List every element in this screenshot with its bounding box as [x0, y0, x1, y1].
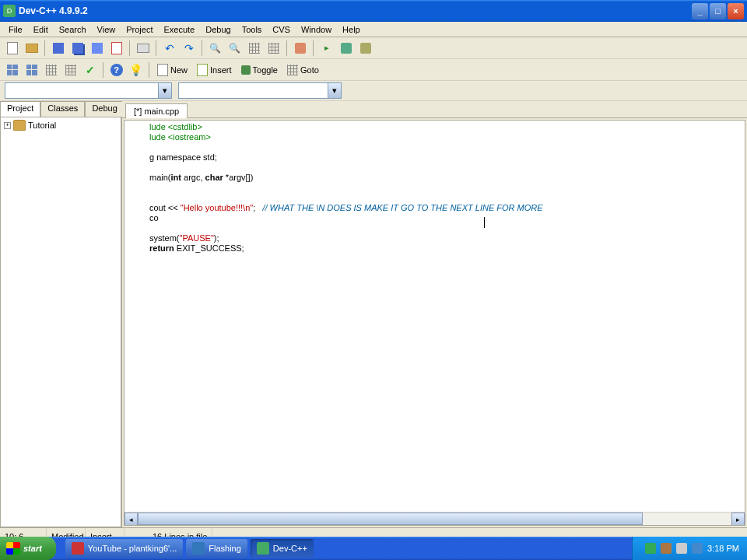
new-label: New	[170, 65, 188, 75]
menu-cvs[interactable]: CVS	[267, 23, 296, 36]
scroll-right-icon[interactable]: ▸	[731, 513, 745, 526]
tab-classes[interactable]: Classes	[40, 101, 85, 117]
menu-window[interactable]: Window	[296, 23, 337, 36]
taskbar-item-flashing[interactable]: Flashing	[186, 539, 247, 558]
windows-taskbar: start YouTube - plantking6'... Flashing …	[0, 537, 747, 560]
compile-button[interactable]	[291, 40, 309, 57]
close-file-button[interactable]	[107, 40, 125, 57]
document-tab-main[interactable]: [*] main.cpp	[125, 103, 188, 118]
new-file-button[interactable]	[3, 40, 21, 57]
maximize-button[interactable]: □	[710, 3, 726, 19]
save-button[interactable]	[49, 40, 67, 57]
toggle-button[interactable]: Toggle	[237, 61, 282, 79]
code-editor[interactable]: lude <cstdlib> lude <iostream> g namespa…	[124, 120, 745, 526]
class-browser-button[interactable]	[42, 61, 60, 79]
check-button[interactable]: ✓	[81, 61, 99, 79]
tray-icon[interactable]	[676, 543, 687, 554]
system-tray[interactable]: 3:18 PM	[632, 537, 747, 560]
about-button[interactable]: 💡	[127, 61, 145, 79]
app-icon	[192, 542, 205, 555]
youtube-icon	[72, 542, 84, 555]
menu-file[interactable]: File	[3, 23, 28, 36]
taskbar-label: Flashing	[209, 544, 241, 553]
start-button[interactable]: start	[0, 537, 56, 560]
tray-icon[interactable]	[645, 543, 656, 554]
menu-debug[interactable]: Debug	[200, 23, 236, 36]
start-label: start	[23, 544, 42, 553]
tab-debug[interactable]: Debug	[85, 101, 124, 117]
menu-execute[interactable]: Execute	[158, 23, 200, 36]
devcpp-icon	[257, 542, 269, 555]
menu-bar: File Edit Search View Project Execute De…	[0, 22, 747, 37]
compile-run-button[interactable]	[337, 40, 355, 57]
horizontal-scrollbar[interactable]: ◂ ▸	[124, 512, 745, 525]
goto-button[interactable]: Goto	[283, 61, 323, 79]
insert-button[interactable]: Insert	[193, 61, 236, 79]
editor-area: [*] main.cpp lude <cstdlib> lude <iostre…	[122, 101, 747, 527]
window-titlebar: D Dev-C++ 4.9.9.2 _ □ ×	[0, 0, 747, 22]
scroll-left-icon[interactable]: ◂	[124, 513, 138, 526]
undo-button[interactable]: ↶	[160, 40, 178, 57]
menu-help[interactable]: Help	[337, 23, 366, 36]
dropdown-icon: ▾	[158, 83, 171, 98]
method-combo[interactable]: ▾	[178, 82, 342, 99]
goto-line-button[interactable]	[265, 40, 282, 57]
taskbar-label: YouTube - plantking6'...	[88, 544, 177, 553]
scroll-thumb[interactable]	[138, 513, 643, 525]
tree-root-item[interactable]: + Tutorial	[2, 119, 119, 131]
tray-icon[interactable]	[692, 543, 703, 554]
menu-project[interactable]: Project	[121, 23, 158, 36]
insert-label: Insert	[210, 65, 232, 75]
print-button[interactable]	[134, 40, 152, 57]
new-source-button[interactable]: New	[153, 61, 191, 79]
text-cursor	[484, 217, 485, 228]
menu-view[interactable]: View	[92, 23, 121, 36]
windows-logo-icon	[6, 542, 20, 555]
folder-icon	[13, 120, 26, 131]
navigation-bar: ▾ ▾	[0, 81, 747, 101]
dropdown-icon: ▾	[328, 83, 341, 98]
toggle-label: Toggle	[253, 65, 278, 75]
save-all-button[interactable]	[68, 40, 86, 57]
run-button[interactable]: ▸	[317, 40, 335, 57]
app-icon: D	[3, 5, 16, 17]
project-tree[interactable]: + Tutorial	[0, 117, 121, 527]
help-button[interactable]: ?	[107, 61, 125, 79]
menu-edit[interactable]: Edit	[28, 23, 54, 36]
close-button[interactable]: ×	[728, 3, 744, 19]
sidebar: Project Classes Debug + Tutorial	[0, 101, 122, 527]
rebuild-button[interactable]	[356, 40, 374, 57]
menu-search[interactable]: Search	[54, 23, 92, 36]
goto-label: Goto	[300, 65, 319, 75]
minimize-button[interactable]: _	[692, 3, 708, 19]
tray-icon[interactable]	[661, 543, 672, 554]
open-button[interactable]	[23, 40, 40, 57]
tab-project[interactable]: Project	[0, 101, 40, 117]
taskbar-item-devcpp[interactable]: Dev-C++	[251, 539, 314, 558]
new-project-button[interactable]	[3, 61, 21, 79]
redo-button[interactable]: ↷	[180, 40, 198, 57]
find-next-button[interactable]	[245, 40, 263, 57]
find-button[interactable]: 🔍	[206, 40, 224, 57]
replace-button[interactable]: 🔍	[226, 40, 244, 57]
class-combo[interactable]: ▾	[5, 82, 172, 99]
main-toolbar: ↶ ↷ 🔍 🔍 ▸	[0, 37, 747, 59]
save-as-button[interactable]	[88, 40, 106, 57]
taskbar-item-youtube[interactable]: YouTube - plantking6'...	[65, 539, 183, 558]
tree-root-label: Tutorial	[28, 121, 56, 130]
taskbar-label: Dev-C++	[273, 544, 307, 553]
secondary-toolbar: ✓ ? 💡 New Insert Toggle Goto	[0, 59, 747, 81]
project-options-button[interactable]	[23, 61, 40, 79]
debug-button[interactable]	[61, 61, 79, 79]
clock[interactable]: 3:18 PM	[707, 544, 739, 553]
menu-tools[interactable]: Tools	[237, 23, 268, 36]
window-title: Dev-C++ 4.9.9.2	[19, 5, 692, 16]
expand-icon[interactable]: +	[4, 122, 11, 129]
